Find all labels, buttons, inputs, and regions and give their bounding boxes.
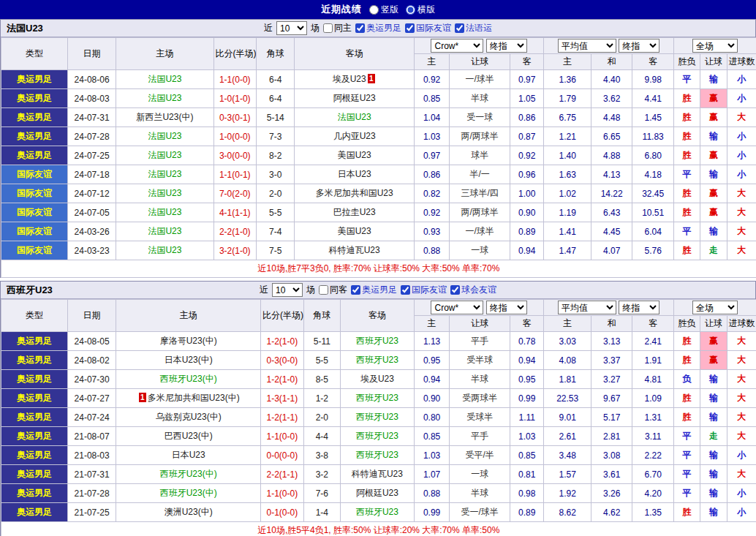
home-team-cell[interactable]: 乌兹别克U23(中) (116, 408, 261, 427)
vertical-radio-input[interactable] (369, 5, 379, 15)
score-cell[interactable]: 0-1(0-0) (261, 503, 304, 522)
final-index-select-2[interactable]: 终指 (619, 301, 659, 314)
home-team-cell[interactable]: 法国U23 (116, 222, 213, 241)
final-index-select[interactable]: 终指 (486, 301, 527, 314)
away-team-cell[interactable]: 西班牙U23 (341, 427, 415, 446)
match-count-select[interactable]: 10 (276, 21, 307, 35)
away-team-cell[interactable]: 西班牙U23 (341, 408, 415, 427)
final-index-select[interactable]: 终指 (486, 39, 527, 53)
home-team-cell[interactable]: 法国U23 (116, 70, 213, 89)
home-team-cell[interactable]: 摩洛哥U23(中) (116, 332, 261, 351)
away-team-cell[interactable]: 西班牙U23 (341, 332, 415, 351)
home-team-cell[interactable]: 西班牙U23(中) (116, 484, 261, 503)
comp-friendly-input[interactable] (405, 23, 415, 33)
layout-radio-vertical[interactable]: 竖版 (369, 4, 398, 16)
avg-home-odds: 1.92 (544, 484, 591, 503)
comp-checkbox-club-friendly[interactable]: 球会友谊 (450, 284, 496, 296)
away-team-cell[interactable]: 科特迪瓦U23 (341, 465, 415, 484)
home-team-cell[interactable]: 法国U23 (116, 241, 213, 260)
away-team-cell[interactable]: 西班牙U23 (341, 503, 415, 522)
comp-checkbox-friendly[interactable]: 国际友谊 (405, 22, 451, 34)
home-team-cell[interactable]: 法国U23 (116, 89, 213, 108)
score-cell[interactable]: 1-2(1-0) (261, 370, 304, 389)
away-team-cell[interactable]: 西班牙U23 (341, 446, 415, 465)
avg-away-odds: 1.09 (632, 389, 673, 408)
layout-radio-horizontal[interactable]: 横版 (406, 4, 435, 16)
comp-club-friendly-input[interactable] (450, 285, 460, 295)
away-team-cell[interactable]: 埃及U23 (341, 370, 415, 389)
away-team-cell[interactable]: 几内亚U23 (295, 127, 414, 146)
fulltime-select[interactable]: 全场 (692, 39, 738, 53)
avg-home-odds: 3.03 (544, 332, 591, 351)
avg-home-odds: 1.19 (544, 203, 591, 222)
score-cell[interactable]: 1-0(1-0) (213, 89, 257, 108)
score-cell[interactable]: 3-2(1-0) (213, 241, 257, 260)
home-team-cell[interactable]: 西班牙U23(中) (116, 370, 261, 389)
same-venue-checkbox[interactable]: 同主 (323, 22, 352, 34)
match-date-cell: 24-07-31 (67, 108, 116, 127)
comp-francophone-input[interactable] (455, 23, 464, 33)
home-team-cell[interactable]: 法国U23 (116, 184, 213, 203)
home-team-cell[interactable]: 法国U23 (116, 127, 213, 146)
score-cell[interactable]: 7-0(2-0) (213, 184, 257, 203)
away-team-cell[interactable]: 阿根廷U23 (295, 89, 414, 108)
home-team-cell[interactable]: 新西兰U23(中) (116, 108, 213, 127)
score-cell[interactable]: 1-0(0-0) (213, 127, 257, 146)
average-select[interactable]: 平均值 (558, 39, 616, 53)
score-cell[interactable]: 3-0(0-0) (213, 146, 257, 165)
away-team-cell[interactable]: 科特迪瓦U23 (295, 241, 414, 260)
home-team-cell[interactable]: 1多米尼加共和国U23(中) (116, 389, 261, 408)
score-cell[interactable]: 1-3(1-1) (261, 389, 304, 408)
comp-checkbox-olympic[interactable]: 奥运男足 (355, 22, 401, 34)
score-cell[interactable]: 0-3(0-0) (261, 351, 304, 370)
comp-olympic-input[interactable] (351, 285, 360, 295)
comp-olympic-input[interactable] (355, 23, 365, 33)
comp-checkbox-francophone[interactable]: 法语运 (455, 22, 492, 34)
score-cell[interactable]: 1-1(0-0) (213, 70, 257, 89)
score-cell[interactable]: 1-1(0-0) (261, 427, 304, 446)
comp-friendly-input[interactable] (401, 285, 410, 295)
same-venue-input[interactable] (323, 23, 333, 33)
same-venue-input[interactable] (319, 285, 328, 295)
avg-draw-odds: 3.37 (591, 351, 632, 370)
away-team-cell[interactable]: 西班牙U23 (341, 389, 415, 408)
fulltime-select[interactable]: 全场 (692, 301, 738, 314)
avg-home-odds: 9.01 (544, 408, 591, 427)
score-cell[interactable]: 0-3(0-1) (213, 108, 257, 127)
horizontal-radio-input[interactable] (406, 5, 415, 15)
bookmaker-select[interactable]: Crow* (431, 39, 483, 53)
final-index-select-2[interactable]: 终指 (619, 39, 659, 53)
home-team-cell[interactable]: 法国U23 (116, 146, 213, 165)
away-team-cell[interactable]: 法国U23 (295, 108, 414, 127)
away-team-cell[interactable]: 西班牙U23 (341, 351, 415, 370)
away-team-cell[interactable]: 埃及U231 (295, 70, 414, 89)
comp-checkbox-olympic[interactable]: 奥运男足 (351, 284, 397, 296)
home-team-cell[interactable]: 法国U23 (116, 165, 213, 184)
same-venue-checkbox[interactable]: 同客 (319, 284, 347, 296)
games-label: 场 (311, 22, 320, 34)
average-select[interactable]: 平均值 (558, 301, 616, 314)
home-team-cell[interactable]: 日本U23 (116, 446, 261, 465)
comp-checkbox-friendly[interactable]: 国际友谊 (401, 284, 447, 296)
score-cell[interactable]: 1-2(1-0) (261, 332, 304, 351)
away-team-cell[interactable]: 多米尼加共和国U23 (295, 184, 414, 203)
score-cell[interactable]: 2-2(1-0) (213, 222, 257, 241)
home-team-cell[interactable]: 巴西U23(中) (116, 427, 261, 446)
bookmaker-select[interactable]: Crow* (431, 301, 483, 314)
away-team-cell[interactable]: 美国U23 (295, 222, 414, 241)
match-count-select[interactable]: 10 (272, 283, 303, 297)
home-team-cell[interactable]: 西班牙U23(中) (116, 465, 261, 484)
home-team-cell[interactable]: 澳洲U23(中) (116, 503, 261, 522)
away-team-cell[interactable]: 阿根廷U23 (341, 484, 415, 503)
away-team-cell[interactable]: 日本U23 (295, 165, 414, 184)
score-cell[interactable]: 2-2(1-1) (261, 465, 304, 484)
away-team-cell[interactable]: 美国U23 (295, 146, 414, 165)
score-cell[interactable]: 4-1(1-1) (213, 203, 257, 222)
score-cell[interactable]: 1-2(1-1) (261, 408, 304, 427)
score-cell[interactable]: 0-0(0-0) (261, 446, 304, 465)
home-team-cell[interactable]: 法国U23 (116, 203, 213, 222)
away-team-cell[interactable]: 巴拉圭U23 (295, 203, 414, 222)
score-cell[interactable]: 1-1(0-0) (261, 484, 304, 503)
score-cell[interactable]: 1-1(0-1) (213, 165, 257, 184)
home-team-cell[interactable]: 日本U23(中) (116, 351, 261, 370)
